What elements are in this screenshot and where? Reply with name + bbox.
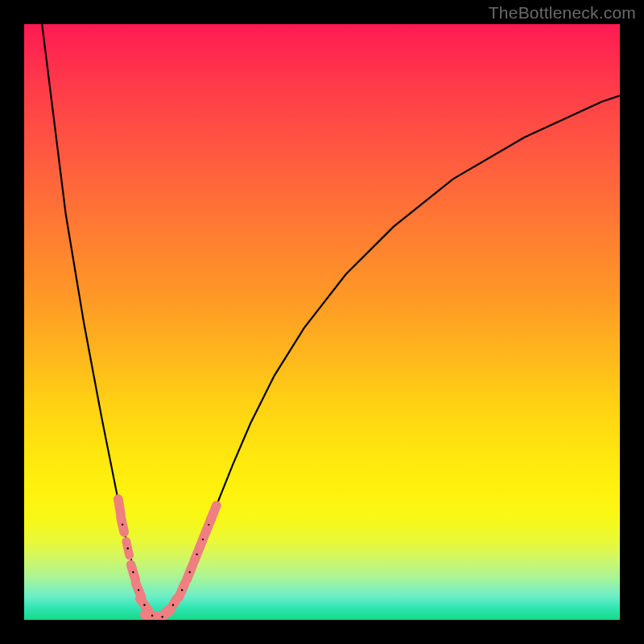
- curve-marker: [118, 499, 121, 514]
- curve-marker: [211, 506, 217, 520]
- watermark-text: TheBottleneck.com: [489, 3, 636, 23]
- curve-marker-dot: [127, 547, 129, 549]
- curve-marker-dot: [143, 604, 145, 605]
- bottleneck-curve: [42, 24, 620, 620]
- curve-marker-dot: [196, 553, 197, 555]
- curve-marker-dot: [151, 615, 153, 617]
- chart-frame: TheBottleneck.com: [0, 0, 644, 644]
- curve-marker-dot: [132, 572, 134, 573]
- curve-marker-dot: [172, 604, 174, 605]
- chart-svg: [24, 24, 620, 620]
- plot-area: [24, 24, 620, 620]
- curve-marker-dot: [122, 523, 123, 525]
- curve-marker-dot: [202, 539, 204, 540]
- curve-marker-dot: [181, 589, 183, 591]
- curve-marker-dot: [189, 572, 191, 573]
- curve-marker-dot: [161, 616, 163, 617]
- curve-markers: [118, 499, 217, 620]
- curve-marker-dot: [138, 589, 139, 591]
